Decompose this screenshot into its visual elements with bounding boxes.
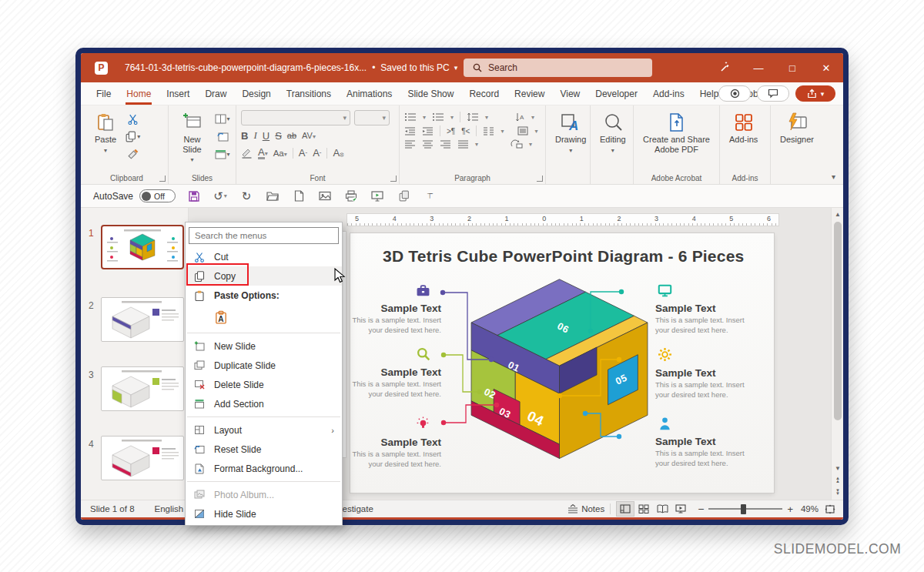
layout-button[interactable]: ▾ <box>214 112 231 125</box>
slide-thumbnail-1[interactable] <box>101 225 184 269</box>
section-button[interactable]: ▾ <box>214 147 231 161</box>
font-dialog-launcher[interactable] <box>390 176 397 182</box>
slide-thumbnail-4[interactable] <box>101 436 184 480</box>
font-color-button[interactable]: A▾ <box>258 146 268 159</box>
italic-button[interactable]: I <box>253 129 256 142</box>
tab-view[interactable]: View <box>552 82 588 105</box>
menu-item-new-slide[interactable]: New Slide <box>186 336 342 356</box>
save-button[interactable] <box>186 189 202 204</box>
line-spacing-button[interactable] <box>467 112 479 122</box>
customize-toolbar-icon[interactable]: ⊤̅ <box>422 189 437 204</box>
minimize-button[interactable]: — <box>742 53 775 82</box>
maximize-button[interactable]: □ <box>775 53 809 82</box>
copy-button[interactable]: ▾ <box>124 129 141 143</box>
slide-indicator[interactable]: Slide 1 of 8 <box>90 504 135 513</box>
justify-button[interactable] <box>457 140 469 149</box>
email-button[interactable] <box>317 189 333 204</box>
tab-transitions[interactable]: Transitions <box>279 82 339 105</box>
previous-slide-button[interactable]: ▲▲ <box>832 475 844 484</box>
create-share-adobe-pdf-button[interactable]: Create and Share Adobe PDF <box>638 110 715 156</box>
menu-item-duplicate-slide[interactable]: Duplicate Slide <box>186 356 342 375</box>
tab-file[interactable]: File <box>89 82 119 105</box>
increase-indent-button[interactable] <box>422 127 434 135</box>
text-shadow-button[interactable]: ab <box>287 131 296 140</box>
powerpoint-app-icon[interactable]: P <box>95 62 108 75</box>
underline-button[interactable]: U <box>263 130 270 142</box>
scroll-up-icon[interactable]: ▲ <box>832 208 844 220</box>
copy-shortcut-button[interactable] <box>396 189 411 204</box>
next-slide-button[interactable]: ▼▼ <box>832 487 844 497</box>
highlight-color-button[interactable] <box>241 147 253 159</box>
decrease-font-button[interactable]: Aˇ <box>313 147 321 159</box>
bullets-button[interactable] <box>404 112 417 122</box>
align-center-button[interactable] <box>422 140 434 149</box>
smartart-button[interactable] <box>511 139 523 149</box>
search-input[interactable] <box>488 62 619 73</box>
callout-2[interactable]: Sample Text This is a sample text. Inser… <box>344 347 441 399</box>
slide-thumbnail-2[interactable] <box>101 297 184 342</box>
add-ins-button[interactable]: Add-ins <box>725 110 762 147</box>
bold-button[interactable]: B <box>241 130 248 142</box>
zoom-out-button[interactable]: − <box>698 503 704 515</box>
format-painter-button[interactable] <box>124 147 141 161</box>
new-slide-button[interactable]: New Slide▾ <box>173 110 211 166</box>
zoom-level[interactable]: 49% <box>801 504 819 513</box>
zoom-in-button[interactable]: + <box>787 503 793 515</box>
increase-font-button[interactable]: Aˆ <box>299 147 307 159</box>
menu-item-reset-slide[interactable]: Reset Slide <box>186 440 342 459</box>
menu-item-hide-slide[interactable]: Hide Slide <box>186 504 342 523</box>
paragraph-marks-button[interactable]: >¶ <box>447 127 455 135</box>
menu-item-add-section[interactable]: Add Section <box>186 394 342 413</box>
align-right-button[interactable] <box>440 140 451 149</box>
columns-button[interactable] <box>483 127 494 135</box>
reset-slide-button[interactable] <box>214 129 231 143</box>
clipboard-dialog-launcher[interactable] <box>159 176 166 182</box>
drawing-button[interactable]: A Drawing▾ <box>551 110 591 156</box>
text-direction-button[interactable]: A <box>514 112 525 122</box>
quick-print-button[interactable] <box>343 189 359 204</box>
search-bar[interactable] <box>464 59 652 77</box>
callout-1[interactable]: Sample Text This is a sample text. Inser… <box>344 284 441 335</box>
zoom-slider[interactable] <box>708 508 782 510</box>
open-button[interactable] <box>265 189 280 204</box>
menu-item-delete-slide[interactable]: Delete Slide <box>186 375 342 394</box>
strikethrough-button[interactable]: S <box>275 130 282 142</box>
redo-button[interactable]: ↻ <box>239 189 254 204</box>
presenter-coach-icon[interactable] <box>708 53 742 82</box>
normal-view-button[interactable] <box>616 501 634 517</box>
decrease-indent-button[interactable] <box>404 127 416 135</box>
clear-formatting-button[interactable]: A⦻ <box>333 147 343 159</box>
slide-sorter-view-button[interactable] <box>634 501 653 517</box>
scroll-down-icon[interactable]: ▼ <box>832 464 844 472</box>
new-document-button[interactable] <box>291 189 306 204</box>
chevron-down-icon[interactable]: ▾ <box>454 64 458 72</box>
collapse-ribbon-icon[interactable]: ▾ <box>832 172 835 181</box>
numbering-button[interactable] <box>432 112 444 122</box>
font-name-combobox[interactable]: ▾ <box>241 110 350 125</box>
tab-developer[interactable]: Developer <box>588 82 645 105</box>
tab-add-ins[interactable]: Add-ins <box>645 82 692 105</box>
paste-button[interactable]: Paste▾ <box>90 110 121 156</box>
callout-3[interactable]: Sample Text This is a sample text. Inser… <box>344 416 441 469</box>
align-left-button[interactable] <box>404 140 416 149</box>
reading-view-button[interactable] <box>653 501 671 517</box>
scrollbar-thumb[interactable] <box>834 222 842 420</box>
character-spacing-button[interactable]: AV▾ <box>302 131 316 140</box>
comments-button[interactable] <box>757 85 789 102</box>
tab-animations[interactable]: Animations <box>339 82 400 105</box>
paragraph-marks-rtl-button[interactable]: ¶< <box>461 127 470 135</box>
keep-text-only-icon[interactable]: A <box>212 308 230 326</box>
share-button[interactable]: ▾ <box>795 85 835 102</box>
callout-4[interactable]: Sample Text This is a sample text. Inser… <box>655 284 758 335</box>
paragraph-dialog-launcher[interactable] <box>537 176 543 182</box>
record-button[interactable] <box>718 85 751 102</box>
menu-search-input[interactable] <box>189 227 339 244</box>
slideshow-view-button[interactable] <box>671 501 690 517</box>
close-button[interactable]: ✕ <box>809 53 843 82</box>
tab-design[interactable]: Design <box>234 82 278 105</box>
tab-insert[interactable]: Insert <box>159 82 197 105</box>
tab-draw[interactable]: Draw <box>197 82 234 105</box>
cut-button[interactable] <box>124 112 141 125</box>
undo-button[interactable]: ↺▾ <box>213 189 228 204</box>
fit-slide-button[interactable] <box>825 504 835 514</box>
